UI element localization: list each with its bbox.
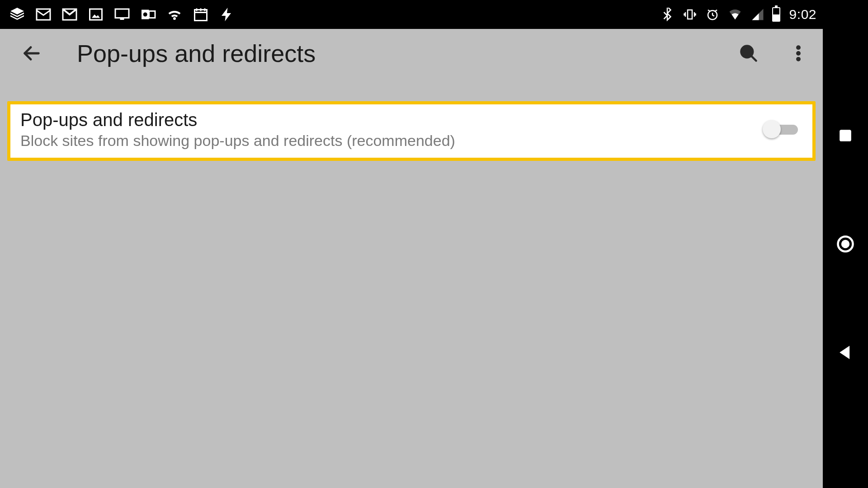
monitor-icon bbox=[114, 6, 130, 23]
svg-rect-8 bbox=[688, 10, 692, 19]
nav-back-button[interactable] bbox=[832, 339, 859, 366]
app-bar-actions bbox=[735, 29, 812, 78]
svg-rect-3 bbox=[120, 19, 124, 20]
bluetooth-icon bbox=[659, 6, 675, 23]
svg-rect-14 bbox=[840, 130, 851, 141]
popups-setting-row[interactable]: Pop-ups and redirects Block sites from s… bbox=[7, 101, 816, 161]
device-frame: 9:02 Pop-ups and redirects bbox=[0, 0, 868, 488]
mail-icon bbox=[35, 6, 52, 23]
svg-point-16 bbox=[841, 240, 849, 248]
page-title: Pop-ups and redirects bbox=[77, 39, 316, 67]
svg-point-11 bbox=[797, 46, 800, 49]
calendar-icon bbox=[193, 6, 209, 23]
svg-rect-1 bbox=[90, 9, 102, 20]
battery-icon bbox=[772, 7, 780, 22]
status-bar: 9:02 bbox=[0, 0, 823, 29]
popups-setting-subtitle: Block sites from showing pop-ups and red… bbox=[20, 132, 455, 150]
app-area: Pop-ups and redirects Pop-ups and redire… bbox=[0, 29, 823, 488]
nav-home-button[interactable] bbox=[832, 230, 859, 258]
screen-content: 9:02 Pop-ups and redirects bbox=[0, 0, 823, 488]
image-icon bbox=[88, 6, 104, 23]
svg-rect-2 bbox=[115, 9, 129, 18]
gmail-icon bbox=[61, 6, 78, 23]
svg-rect-7 bbox=[195, 10, 207, 21]
app-bar: Pop-ups and redirects bbox=[0, 29, 823, 78]
wifi-signal-icon bbox=[727, 6, 743, 23]
alarm-icon bbox=[704, 6, 721, 23]
popups-setting-title: Pop-ups and redirects bbox=[20, 110, 455, 130]
popups-toggle[interactable] bbox=[763, 122, 798, 137]
svg-rect-5 bbox=[149, 11, 156, 18]
vibrate-icon bbox=[682, 6, 698, 23]
status-clock: 9:02 bbox=[789, 7, 816, 22]
android-nav-bar bbox=[823, 0, 868, 488]
svg-point-13 bbox=[797, 57, 800, 61]
status-bar-left bbox=[9, 6, 235, 23]
cell-signal-icon bbox=[750, 6, 766, 23]
flash-icon bbox=[219, 6, 235, 23]
search-button[interactable] bbox=[735, 40, 762, 67]
status-bar-right: 9:02 bbox=[659, 6, 816, 23]
overflow-menu-button[interactable] bbox=[785, 40, 812, 67]
nav-overview-button[interactable] bbox=[832, 122, 859, 149]
wifi-icon bbox=[166, 6, 183, 23]
popups-setting-text: Pop-ups and redirects Block sites from s… bbox=[20, 110, 455, 150]
outlook-icon bbox=[140, 6, 156, 23]
svg-point-6 bbox=[143, 13, 147, 17]
layers-icon bbox=[9, 6, 25, 23]
svg-point-12 bbox=[797, 52, 800, 55]
toggle-thumb bbox=[763, 120, 781, 138]
back-button[interactable] bbox=[18, 40, 45, 67]
